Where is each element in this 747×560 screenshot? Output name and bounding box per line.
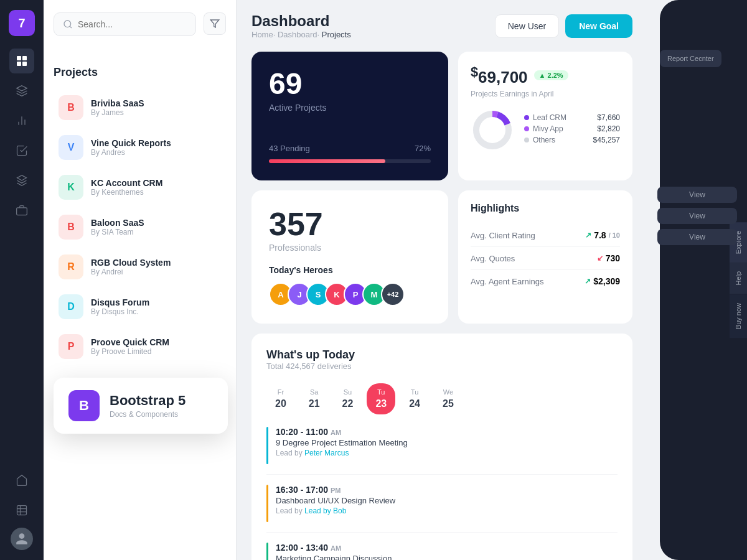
highlight-label: Avg. Quotes: [471, 254, 515, 263]
heroes-section: Today's Heroes AJSKPM+42: [269, 265, 431, 306]
view-button-3[interactable]: View: [657, 229, 737, 245]
highlight-value: ↗ 7.8 / 10: [585, 230, 620, 240]
ap-label: Active Projects: [269, 103, 431, 113]
side-tab-buynow[interactable]: Buy now: [730, 294, 747, 338]
legend-value: $2,820: [593, 124, 620, 133]
highlight-number: $2,309: [593, 276, 620, 286]
new-user-button[interactable]: New User: [495, 14, 559, 38]
report-center-button[interactable]: Report Cecnter: [660, 50, 721, 67]
cal-day-name: Su: [344, 388, 352, 396]
view-button-1[interactable]: View: [657, 187, 737, 203]
filter-button[interactable]: [204, 12, 226, 35]
legend-dot: [524, 115, 529, 120]
calendar-day[interactable]: Sa 21: [300, 383, 329, 414]
calendar-day[interactable]: We 25: [434, 383, 463, 414]
legend-value: $7,660: [593, 113, 620, 122]
calendar-day[interactable]: Tu 23: [367, 383, 395, 414]
calendar-day[interactable]: Su 22: [334, 383, 362, 414]
sidebar-icon-table[interactable]: [9, 498, 34, 523]
project-name: KC Account CRM: [91, 178, 162, 188]
view-buttons: View View View: [657, 187, 737, 245]
project-item[interactable]: B Baloon SaaS By SIA Team: [54, 208, 226, 246]
ap-pending: 43 Pending: [269, 144, 310, 153]
sidebar-icon-check[interactable]: [9, 138, 34, 163]
breadcrumb-home: Home·: [251, 30, 275, 39]
progress-bar-fill: [269, 159, 385, 163]
calendar-day[interactable]: Fr 20: [266, 383, 295, 414]
event-time: 16:30 - 17:00 PM: [276, 485, 395, 495]
side-tab-help[interactable]: Help: [730, 263, 747, 294]
cal-day-name: Tu: [377, 388, 385, 396]
svg-rect-2: [17, 62, 21, 66]
page-title: Dashboard: [251, 12, 351, 30]
project-name: Proove Quick CRM: [91, 337, 169, 347]
sidebar-icon-briefcase[interactable]: [9, 198, 34, 223]
header: Dashboard Home· Dashboard· Projects New …: [251, 12, 632, 39]
ap-stats: 43 Pending 72%: [269, 144, 431, 153]
project-info: RGB Cloud System By Andrei: [91, 258, 171, 276]
right-panel: Report Cecnter View View View Explore He…: [647, 0, 747, 560]
cal-day-name: Tu: [411, 388, 418, 396]
project-info: KC Account CRM By Keenthemes: [91, 178, 162, 197]
project-item[interactable]: K KC Account CRM By Keenthemes: [54, 169, 226, 206]
sidebar-icon-grid[interactable]: [9, 49, 34, 73]
project-item[interactable]: V Vine Quick Reports By Andres: [54, 129, 226, 166]
highlights-title: Highlights: [471, 203, 620, 214]
heroes-label: Today's Heroes: [269, 265, 431, 275]
cal-day-num: 22: [342, 398, 354, 409]
calendar-section: What's up Today Total 424,567 deliveries…: [251, 334, 632, 560]
project-info: Vine Quick Reports By Andres: [91, 138, 171, 157]
header-buttons: New User New Goal: [495, 14, 632, 38]
sidebar-icon-stack[interactable]: [9, 168, 34, 193]
project-logo: K: [59, 175, 83, 200]
legend-value: $45,257: [593, 136, 620, 144]
heroes-avatars: AJSKPM+42: [269, 282, 431, 306]
event-border: [266, 427, 268, 464]
ap-bottom: 43 Pending 72%: [269, 144, 431, 163]
event-item: 12:00 - 13:40 AM Marketing Campaign Disc…: [266, 543, 618, 560]
event-lead-link[interactable]: Peter Marcus: [304, 449, 349, 457]
calendar-day[interactable]: Tu 24: [400, 383, 429, 414]
project-item[interactable]: B Briviba SaaS By James: [54, 89, 226, 126]
new-goal-button[interactable]: New Goal: [565, 14, 632, 38]
search-input[interactable]: [78, 19, 187, 29]
svg-rect-5: [17, 506, 27, 515]
sidebar-user-avatar[interactable]: [11, 528, 33, 550]
project-item[interactable]: D Disqus Forum By Disqus Inc.: [54, 288, 226, 325]
highlight-label: Avg. Client Rating: [471, 231, 535, 240]
sidebar-icon-settings[interactable]: [9, 468, 34, 493]
highlight-arrow: ↗: [585, 231, 591, 240]
event-lead-link[interactable]: Lead by Bob: [304, 506, 346, 515]
svg-rect-1: [22, 56, 27, 60]
search-row: [54, 12, 226, 51]
highlight-arrow: ↙: [597, 254, 603, 263]
cal-day-name: Fr: [278, 388, 284, 396]
project-by: By Proove Limited: [91, 347, 169, 356]
hero-more: +42: [381, 282, 405, 306]
sidebar-icon-layers[interactable]: [9, 78, 34, 103]
event-ampm: AM: [331, 544, 341, 552]
donut-row: Leaf CRMMivy AppOthers $7,660$2,820$45,2…: [471, 108, 620, 152]
project-item[interactable]: P Proove Quick CRM By Proove Limited: [54, 328, 226, 365]
event-ampm: AM: [331, 429, 341, 436]
project-by: By Keenthemes: [91, 188, 162, 197]
earnings-label: Projects Earnings in April: [471, 90, 620, 98]
event-ampm: PM: [331, 487, 341, 494]
project-info: Briviba SaaS By James: [91, 98, 144, 117]
bootstrap-popup[interactable]: B Bootstrap 5 Docs & Components: [54, 378, 228, 434]
project-logo: D: [59, 294, 83, 319]
project-item[interactable]: R RGB Cloud System By Andrei: [54, 248, 226, 286]
project-by: By James: [91, 108, 144, 117]
event-time: 12:00 - 13:40 AM: [276, 543, 392, 553]
earnings-amount: $69,700: [471, 64, 528, 87]
event-name: 9 Degree Project Estimation Meeting: [276, 438, 408, 447]
highlights-list: Avg. Client Rating ↗ 7.8 / 10 Avg. Quote…: [471, 224, 620, 292]
view-button-2[interactable]: View: [657, 208, 737, 224]
sidebar-icon-chart[interactable]: [9, 108, 34, 133]
sidebar-logo[interactable]: 7: [9, 10, 35, 36]
breadcrumb: Home· Dashboard· Projects: [251, 30, 351, 39]
earnings-legend: Leaf CRMMivy AppOthers: [524, 113, 583, 147]
cal-day-num: 23: [375, 398, 387, 409]
event-time: 10:20 - 11:00 AM: [276, 427, 408, 437]
cal-day-num: 24: [409, 398, 420, 409]
